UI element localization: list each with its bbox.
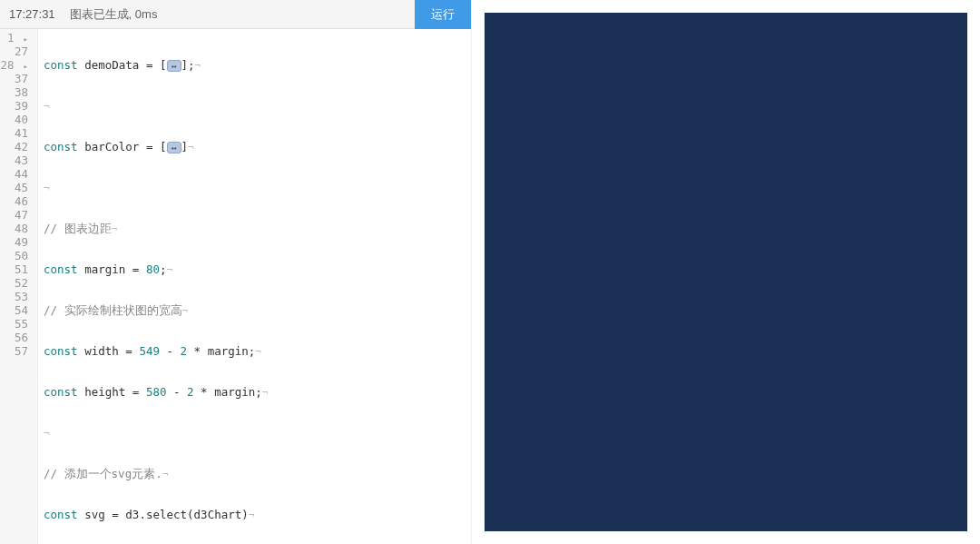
- line-number: 44: [0, 167, 32, 181]
- line-number: 55: [0, 317, 32, 331]
- code-line: ¬: [44, 181, 471, 194]
- line-number: 42: [0, 140, 32, 153]
- code-line: const height = 580 - 2 * margin;¬: [44, 385, 471, 399]
- editor-panel: 17:27:31 图表已生成, 0ms 运行 1 ▸ 27 28 ▸ 37 38…: [0, 0, 472, 544]
- line-number: 38: [0, 85, 32, 99]
- line-number: 57: [0, 344, 32, 358]
- line-number: 37: [0, 72, 32, 85]
- chart-output: [485, 13, 967, 531]
- line-number: 50: [0, 249, 32, 262]
- line-number: 56: [0, 331, 32, 344]
- line-number: 28 ▸: [0, 58, 32, 72]
- line-number: 51: [0, 262, 32, 276]
- line-number: 53: [0, 290, 32, 303]
- line-number: 47: [0, 208, 32, 222]
- editor-gutter: 1 ▸ 27 28 ▸ 37 38 39 40 41 42 43 44 45 4…: [0, 29, 38, 544]
- line-number: 1 ▸: [0, 31, 32, 45]
- line-number: 46: [0, 194, 32, 208]
- fold-marker-icon[interactable]: ↔: [167, 142, 181, 153]
- code-line: ¬: [44, 99, 471, 113]
- line-number: 39: [0, 99, 32, 113]
- line-number: 45: [0, 181, 32, 194]
- code-editor[interactable]: 1 ▸ 27 28 ▸ 37 38 39 40 41 42 43 44 45 4…: [0, 29, 471, 544]
- line-number: 52: [0, 276, 32, 290]
- line-number: 54: [0, 303, 32, 317]
- fold-marker-icon[interactable]: ↔: [167, 60, 181, 72]
- code-line: const svg = d3.select(d3Chart)¬: [44, 508, 471, 521]
- line-number: 49: [0, 235, 32, 249]
- code-line: const width = 549 - 2 * margin;¬: [44, 344, 471, 358]
- output-panel: [472, 0, 980, 544]
- line-number: 40: [0, 113, 32, 126]
- code-line: const barColor = [↔]¬: [44, 140, 471, 153]
- code-line: const margin = 80;¬: [44, 262, 471, 276]
- line-number: 43: [0, 153, 32, 167]
- line-number: 27: [0, 45, 32, 58]
- code-line: // 添加一个svg元素.¬: [44, 467, 471, 480]
- code-line: ¬: [44, 426, 471, 440]
- code-line: // 实际绘制柱状图的宽高¬: [44, 303, 471, 317]
- line-number: 41: [0, 126, 32, 140]
- toolbar: 17:27:31 图表已生成, 0ms 运行: [0, 0, 471, 29]
- code-area[interactable]: const demoData = [↔];¬ ¬ const barColor …: [38, 29, 471, 544]
- line-number: 48: [0, 222, 32, 235]
- code-line: // 图表边距¬: [44, 222, 471, 235]
- code-line: const demoData = [↔];¬: [44, 58, 471, 72]
- run-button[interactable]: 运行: [415, 0, 471, 29]
- toolbar-time: 17:27:31: [0, 7, 64, 21]
- toolbar-status: 图表已生成, 0ms: [64, 6, 415, 23]
